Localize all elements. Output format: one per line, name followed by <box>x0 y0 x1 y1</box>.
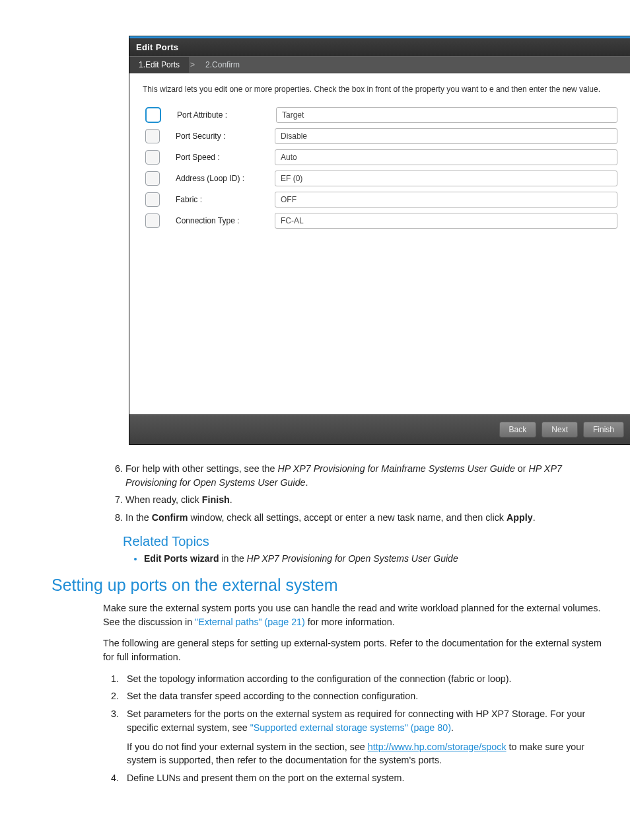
link-hp-spock[interactable]: http://www.hp.com/storage/spock <box>368 742 507 752</box>
ordered-list-wrapper: Set the topology information according t… <box>103 672 604 785</box>
row-port-security: Port Security : Disable <box>143 128 617 144</box>
text-bold: Apply <box>507 512 533 523</box>
row-port-attribute: Port Attribute : Target <box>143 107 617 123</box>
row-address-loop-id: Address (Loop ID) : EF (0) <box>143 171 617 186</box>
row-fabric: Fabric : OFF <box>143 192 617 208</box>
checkbox-port-security[interactable] <box>145 129 160 143</box>
setup-step-3-sub: If you do not find your external system … <box>127 740 604 767</box>
text: in the <box>219 553 247 564</box>
paragraph: Make sure the external system ports you … <box>103 601 604 629</box>
dialog-body: This wizard lets you edit one or more pr… <box>129 73 630 414</box>
setup-step-1: Set the topology information according t… <box>125 672 604 686</box>
setup-steps-list: Set the topology information according t… <box>103 672 604 785</box>
steps-6-8: For help with other settings, see the HP… <box>103 462 604 525</box>
select-connection-type[interactable]: FC-AL <box>275 213 617 229</box>
breadcrumb-step-2[interactable]: 2.Confirm <box>196 57 249 73</box>
next-button[interactable]: Next <box>542 422 578 438</box>
select-port-attribute[interactable]: Target <box>276 107 617 123</box>
section-heading: Setting up ports on the external system <box>52 576 630 595</box>
text: . <box>306 477 308 488</box>
related-topics-list: Edit Ports wizard in the HP XP7 Provisio… <box>103 553 604 564</box>
select-port-security[interactable]: Disable <box>275 128 617 144</box>
label-port-attribute: Port Attribute : <box>177 110 276 120</box>
text: for more information. <box>305 617 395 627</box>
label-address: Address (Loop ID) : <box>176 174 275 183</box>
edit-ports-dialog: Edit Ports 1.Edit Ports > 2.Confirm This… <box>129 36 630 445</box>
text-bold: Finish <box>202 494 230 505</box>
wizard-breadcrumb: 1.Edit Ports > 2.Confirm <box>129 56 630 73</box>
text-bold: Edit Ports wizard <box>144 553 219 564</box>
setup-step-3: Set parameters for the ports on the exte… <box>125 707 604 767</box>
select-port-speed[interactable]: Auto <box>275 149 617 165</box>
row-port-speed: Port Speed : Auto <box>143 149 617 165</box>
paragraph: The following are general steps for sett… <box>103 636 604 664</box>
wizard-description: This wizard lets you edit one or more pr… <box>143 84 617 95</box>
text: In the <box>125 512 152 523</box>
text-italic: HP XP7 Provisioning for Mainframe System… <box>277 463 514 474</box>
checkbox-address[interactable] <box>145 171 160 186</box>
checkbox-connection-type[interactable] <box>145 213 160 228</box>
checkbox-port-attribute[interactable] <box>145 107 161 123</box>
dialog-button-bar: Back Next Finish <box>129 414 630 444</box>
text-bold: Confirm <box>152 512 188 523</box>
finish-button[interactable]: Finish <box>583 422 624 438</box>
link-external-paths[interactable]: "External paths" (page 21) <box>195 617 305 627</box>
text: window, check all settings, accept or en… <box>188 512 507 523</box>
checkbox-port-speed[interactable] <box>145 150 160 165</box>
back-button[interactable]: Back <box>499 422 537 438</box>
setup-step-4: Define LUNs and present them on the port… <box>125 771 604 785</box>
label-connection-type: Connection Type : <box>176 216 275 225</box>
link-supported-systems[interactable]: "Supported external storage systems" (pa… <box>250 722 451 733</box>
text: . <box>451 722 454 733</box>
chevron-right-icon: > <box>189 60 196 69</box>
setup-step-2: Set the data transfer speed according to… <box>125 689 604 703</box>
label-fabric: Fabric : <box>176 195 275 204</box>
select-fabric[interactable]: OFF <box>275 192 617 208</box>
step-8: In the Confirm window, check all setting… <box>125 511 604 525</box>
label-port-security: Port Security : <box>176 132 275 141</box>
checkbox-fabric[interactable] <box>145 192 160 207</box>
text: If you do not find your external system … <box>127 742 368 752</box>
related-item: Edit Ports wizard in the HP XP7 Provisio… <box>144 553 604 564</box>
text: . <box>533 512 536 523</box>
breadcrumb-step-1[interactable]: 1.Edit Ports <box>129 57 189 73</box>
select-address[interactable]: EF (0) <box>275 171 617 186</box>
label-port-speed: Port Speed : <box>176 153 275 162</box>
text-italic: HP XP7 Provisioning for Open Systems Use… <box>247 553 458 564</box>
row-connection-type: Connection Type : FC-AL <box>143 213 617 229</box>
step-list-continued: For help with other settings, see the HP… <box>103 462 604 564</box>
step-6: For help with other settings, see the HP… <box>125 462 604 489</box>
text: . <box>230 494 232 505</box>
text: For help with other settings, see the <box>125 463 277 474</box>
dialog-title: Edit Ports <box>129 38 630 56</box>
text: or <box>515 463 529 474</box>
step-7: When ready, click Finish. <box>125 493 604 507</box>
related-topics-heading: Related Topics <box>123 534 604 549</box>
text: When ready, click <box>125 494 202 505</box>
